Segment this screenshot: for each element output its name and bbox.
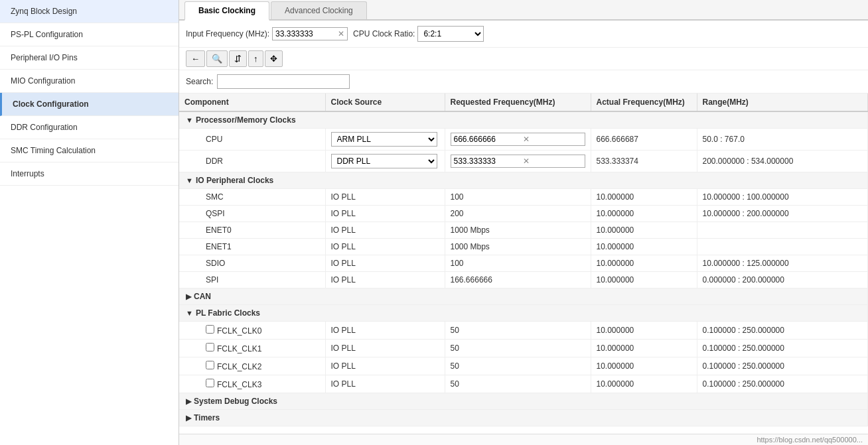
col-range: Range(MHz) (697, 94, 868, 111)
requested-freq-text: 1000 Mbps (451, 242, 490, 251)
row-checkbox[interactable] (206, 325, 214, 334)
search-input[interactable] (217, 74, 350, 89)
row-checkbox[interactable] (206, 379, 214, 387)
component-name: SMC (206, 192, 224, 202)
table-row: FCLK_CLK2IO PLL5010.0000000.100000 : 250… (179, 357, 868, 375)
table-row: SDIOIO PLL10010.00000010.000000 : 125.00… (179, 255, 868, 272)
clock-source-text: IO PLL (331, 344, 356, 353)
group-header-timers[interactable]: ▶Timers (179, 410, 868, 426)
search-label: Search: (186, 77, 213, 86)
input-frequency-field[interactable] (275, 29, 335, 38)
range-text: 0.100000 : 250.000000 (703, 344, 784, 353)
requested-freq-text: 166.666666 (451, 275, 492, 285)
range-text: 10.000000 : 200.000000 (703, 209, 789, 218)
clock-source-text: IO PLL (331, 379, 356, 389)
expand-icon[interactable]: ▶ (186, 397, 191, 405)
clock-source-text: IO PLL (331, 192, 356, 202)
filter-button[interactable]: ⇵ (229, 50, 247, 67)
range-text: 0.100000 : 250.000000 (703, 379, 784, 389)
clock-table-container: Component Clock Source Requested Frequen… (179, 94, 868, 434)
sidebar-item-zynq-block-design[interactable]: Zynq Block Design (0, 0, 179, 23)
group-header-io-peripheral-clocks[interactable]: ▼IO Peripheral Clocks (179, 172, 868, 189)
group-header-processor-memory-clocks[interactable]: ▼Processor/Memory Clocks (179, 111, 868, 129)
range-text: 10.000000 : 100.000000 (703, 192, 789, 202)
sidebar-item-peripheral-io-pins[interactable]: Peripheral I/O Pins (0, 46, 179, 70)
clock-source-select[interactable]: DDR PLL (331, 154, 437, 168)
actual-freq-text: 10.000000 (597, 275, 634, 285)
sidebar-item-clock-configuration[interactable]: Clock Configuration (0, 93, 179, 116)
table-row: FCLK_CLK3IO PLL5010.0000000.100000 : 250… (179, 375, 868, 393)
requested-freq-text: 50 (451, 361, 459, 371)
clock-source-text: IO PLL (331, 361, 356, 371)
table-row: DDRDDR PLL✕533.333374200.000000 : 534.00… (179, 151, 868, 172)
clock-source-text: IO PLL (331, 275, 356, 285)
expand-icon[interactable]: ▶ (186, 414, 191, 422)
requested-freq-clear-icon[interactable]: ✕ (523, 135, 530, 144)
table-row: CPUARM PLL✕666.66668750.0 : 767.0 (179, 129, 868, 151)
range-text: 0.100000 : 250.000000 (703, 361, 784, 371)
search-button[interactable]: 🔍 (206, 50, 228, 67)
table-header-row: Component Clock Source Requested Frequen… (179, 94, 868, 111)
sidebar-item-ps-pl-configuration[interactable]: PS-PL Configuration (0, 23, 179, 46)
group-header-pl-fabric-clocks[interactable]: ▼PL Fabric Clocks (179, 305, 868, 322)
toolbar: Input Frequency (MHz): ✕ CPU Clock Ratio… (179, 21, 868, 48)
table-row: SMCIO PLL10010.00000010.000000 : 100.000… (179, 189, 868, 206)
clock-source-text: IO PLL (331, 209, 356, 218)
component-name: SDIO (206, 259, 225, 268)
component-name: FCLK_CLK1 (217, 344, 261, 353)
requested-freq-text: 50 (451, 344, 459, 353)
collapse-icon[interactable]: ▼ (186, 176, 193, 184)
input-frequency-group: Input Frequency (MHz): ✕ (186, 27, 348, 40)
actual-freq-text: 10.000000 (597, 242, 634, 251)
cpu-clock-ratio-select[interactable]: 6:2:14:2:1 (417, 26, 484, 42)
sidebar-item-mio-configuration[interactable]: MIO Configuration (0, 70, 179, 93)
actual-freq-text: 10.000000 (597, 326, 634, 335)
main-content: Basic ClockingAdvanced Clocking Input Fr… (179, 0, 868, 445)
clock-source-select[interactable]: ARM PLL (331, 132, 437, 147)
requested-freq-input[interactable] (454, 157, 520, 166)
requested-freq-input[interactable] (454, 135, 520, 144)
col-requested-freq: Requested Frequency(MHz) (445, 94, 591, 111)
expand-icon[interactable]: ▶ (186, 292, 191, 300)
sidebar-item-interrupts[interactable]: Interrupts (0, 162, 179, 186)
actual-freq-text: 666.666687 (597, 135, 638, 144)
requested-freq-clear-icon[interactable]: ✕ (523, 157, 530, 166)
collapse-icon[interactable]: ▼ (186, 116, 193, 124)
sidebar-item-ddr-configuration[interactable]: DDR Configuration (0, 116, 179, 139)
group-header-can[interactable]: ▶CAN (179, 288, 868, 305)
component-name: FCLK_CLK3 (217, 380, 261, 389)
actual-freq-text: 533.333374 (597, 157, 638, 166)
actual-freq-text: 10.000000 (597, 361, 634, 371)
row-checkbox[interactable] (206, 361, 214, 369)
table-row: QSPIIO PLL20010.00000010.000000 : 200.00… (179, 206, 868, 222)
layout-button[interactable]: ✥ (265, 50, 283, 67)
back-button[interactable]: ← (186, 50, 205, 67)
actual-freq-text: 10.000000 (597, 225, 634, 235)
group-header-system-debug-clocks[interactable]: ▶System Debug Clocks (179, 393, 868, 410)
group-label-timers: Timers (194, 413, 220, 422)
clock-source-text: IO PLL (331, 259, 356, 268)
requested-freq-text: 100 (451, 259, 464, 268)
component-name: FCLK_CLK0 (217, 326, 261, 336)
url-bar: https://blog.csdn.net/qq500000... (179, 434, 868, 445)
sidebar: Zynq Block DesignPS-PL ConfigurationPeri… (0, 0, 179, 445)
requested-freq-text: 200 (451, 209, 464, 218)
row-checkbox[interactable] (206, 343, 214, 351)
requested-freq-text: 50 (451, 379, 459, 389)
component-name: DDR (206, 157, 223, 166)
group-label-system-debug-clocks: System Debug Clocks (194, 397, 277, 406)
col-component: Component (179, 94, 325, 111)
component-name: FCLK_CLK2 (217, 362, 261, 371)
actual-freq-text: 10.000000 (597, 259, 634, 268)
sidebar-item-smc-timing-calculation[interactable]: SMC Timing Calculation (0, 139, 179, 162)
table-row: FCLK_CLK1IO PLL5010.0000000.100000 : 250… (179, 340, 868, 357)
tab-advanced-clocking[interactable]: Advanced Clocking (271, 1, 367, 19)
requested-freq-text: 100 (451, 192, 464, 202)
clock-table: Component Clock Source Requested Frequen… (179, 94, 868, 426)
sort-button[interactable]: ↑ (248, 50, 263, 67)
tab-basic-clocking[interactable]: Basic Clocking (184, 1, 269, 21)
requested-freq-wrap: ✕ (451, 133, 585, 146)
actual-freq-text: 10.000000 (597, 209, 634, 218)
input-frequency-clear-icon[interactable]: ✕ (338, 29, 344, 38)
collapse-icon[interactable]: ▼ (186, 309, 193, 317)
